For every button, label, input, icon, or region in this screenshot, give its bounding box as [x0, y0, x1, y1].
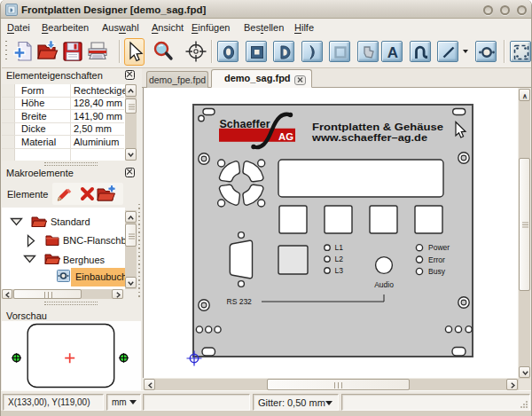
svg-text:A: A [387, 44, 398, 61]
svg-text:RS 232: RS 232 [227, 297, 253, 306]
svg-text:Frontplatten & Gehäuse: Frontplatten & Gehäuse [312, 122, 443, 132]
svg-text:Busy: Busy [428, 267, 446, 276]
svg-text:L1: L1 [335, 243, 344, 252]
svg-text:AG: AG [278, 131, 293, 142]
svg-text:Power: Power [428, 243, 450, 252]
svg-text:L2: L2 [335, 255, 344, 263]
svg-text:L3: L3 [335, 266, 344, 275]
svg-text:www.schaeffer–ag.de: www.schaeffer–ag.de [311, 132, 427, 143]
svg-text:Audio: Audio [374, 280, 394, 289]
svg-text:Schaeffer: Schaeffer [220, 117, 270, 130]
svg-text:Error: Error [428, 255, 445, 264]
